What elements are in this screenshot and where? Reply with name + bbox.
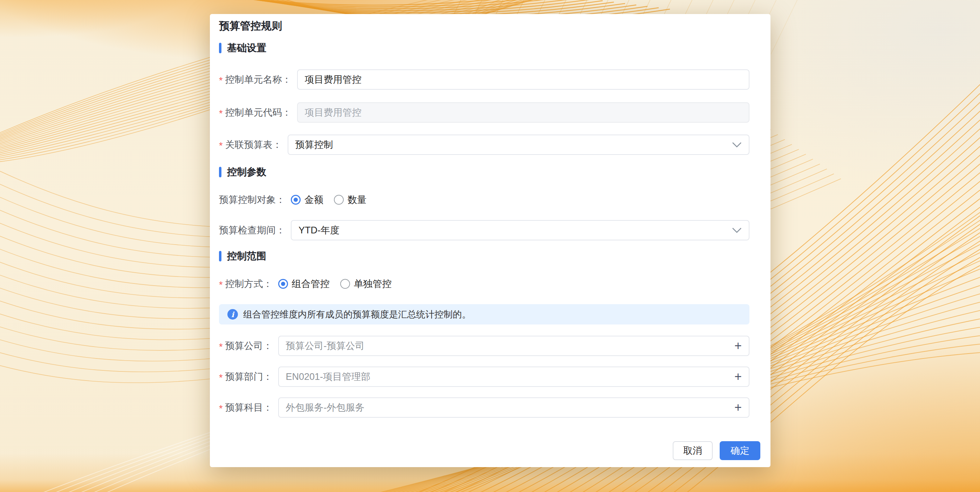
section-title: 基础设置 xyxy=(227,41,266,55)
info-icon: i xyxy=(228,309,238,320)
radio-unselected-icon xyxy=(334,195,344,205)
separate-control-radio[interactable]: 单独管控 xyxy=(340,277,392,290)
form-row-unit-code: * 控制单元代码： xyxy=(219,102,749,123)
budget-subject-field[interactable]: 外包服务-外包服务 + xyxy=(278,397,749,418)
unit-name-input[interactable] xyxy=(297,69,749,90)
budget-control-rules-dialog: 预算管控规则 基础设置 * 控制单元名称： * 控制单元代码： * 关联预算表：… xyxy=(210,14,770,467)
form-row-budget-department: * 预算部门： EN0201-项目管理部 + xyxy=(219,366,749,387)
radio-unselected-icon xyxy=(340,279,350,289)
unit-code-input xyxy=(297,102,749,123)
chevron-down-icon xyxy=(732,227,742,233)
control-object-label: 预算控制对象： xyxy=(219,193,285,206)
plus-icon[interactable]: + xyxy=(734,339,742,352)
chevron-down-icon xyxy=(732,142,742,148)
budget-department-label: * 预算部门： xyxy=(219,370,273,383)
form-row-unit-name: * 控制单元名称： xyxy=(219,69,749,90)
ok-button[interactable]: 确定 xyxy=(720,441,760,460)
control-mode-radio-group: 组合管控 单独管控 xyxy=(278,277,392,290)
plus-icon[interactable]: + xyxy=(734,370,742,383)
form-row-budget-subject: * 预算科目： 外包服务-外包服务 + xyxy=(219,397,749,418)
unit-name-label: * 控制单元名称： xyxy=(219,73,291,86)
section-title: 控制参数 xyxy=(227,166,266,179)
radio-selected-icon xyxy=(278,279,288,289)
required-asterisk: * xyxy=(219,280,223,290)
budget-subject-label: * 预算科目： xyxy=(219,401,273,414)
quantity-radio[interactable]: 数量 xyxy=(334,193,366,206)
budget-table-select[interactable]: 预算控制 xyxy=(288,135,749,155)
control-object-radio-group: 金额 数量 xyxy=(291,193,366,206)
combined-control-radio[interactable]: 组合管控 xyxy=(278,277,330,290)
required-asterisk: * xyxy=(219,404,223,414)
section-accent-bar xyxy=(219,251,221,261)
budget-department-field[interactable]: EN0201-项目管理部 + xyxy=(278,366,749,387)
form-row-control-object: 预算控制对象： 金额 数量 xyxy=(219,192,749,207)
section-basic-settings: 基础设置 xyxy=(219,42,749,54)
amount-radio[interactable]: 金额 xyxy=(291,193,323,206)
required-asterisk: * xyxy=(219,76,223,86)
section-accent-bar xyxy=(219,43,221,53)
form-row-check-period: 预算检查期间： YTD-年度 xyxy=(219,220,749,240)
section-accent-bar xyxy=(219,167,221,177)
form-row-budget-table: * 关联预算表： 预算控制 xyxy=(219,135,749,155)
budget-company-field[interactable]: 预算公司-预算公司 + xyxy=(278,336,749,356)
budget-company-label: * 预算公司： xyxy=(219,339,273,352)
check-period-label: 预算检查期间： xyxy=(219,224,285,237)
form-row-budget-company: * 预算公司： 预算公司-预算公司 + xyxy=(219,336,749,356)
required-asterisk: * xyxy=(219,109,223,118)
required-asterisk: * xyxy=(219,141,223,151)
cancel-button[interactable]: 取消 xyxy=(673,441,713,460)
info-banner-text: 组合管控维度内所有成员的预算额度是汇总统计控制的。 xyxy=(243,308,471,321)
dialog-footer: 取消 确定 xyxy=(219,441,760,460)
form-row-control-mode: * 控制方式： 组合管控 单独管控 xyxy=(219,276,749,291)
radio-selected-icon xyxy=(291,195,301,205)
section-control-scope: 控制范围 xyxy=(219,250,749,262)
unit-code-label: * 控制单元代码： xyxy=(219,106,291,119)
check-period-select[interactable]: YTD-年度 xyxy=(291,220,749,240)
required-asterisk: * xyxy=(219,342,223,352)
budget-table-label: * 关联预算表： xyxy=(219,139,282,151)
required-asterisk: * xyxy=(219,373,223,383)
plus-icon[interactable]: + xyxy=(734,401,742,414)
section-control-params: 控制参数 xyxy=(219,166,749,178)
control-mode-label: * 控制方式： xyxy=(219,277,273,290)
dialog-title: 预算管控规则 xyxy=(219,20,749,32)
section-title: 控制范围 xyxy=(227,250,266,263)
info-banner: i 组合管控维度内所有成员的预算额度是汇总统计控制的。 xyxy=(219,304,749,325)
